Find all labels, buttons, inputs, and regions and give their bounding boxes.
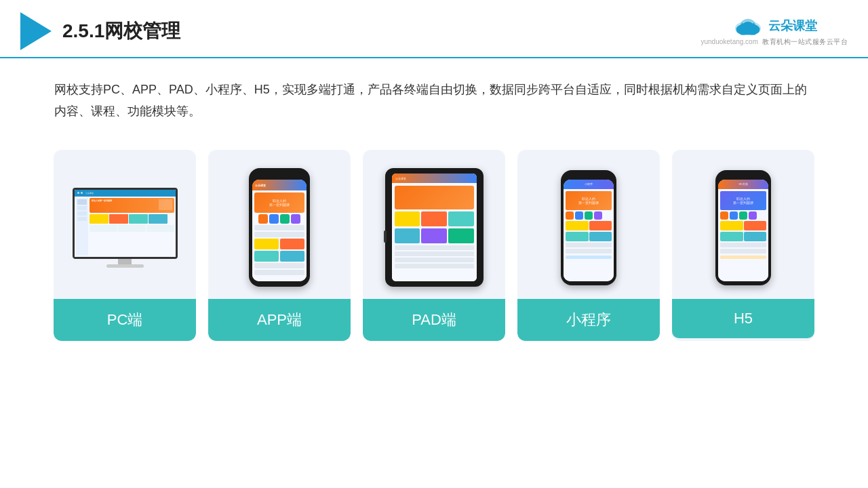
card-pad: 云朵课堂 xyxy=(363,150,505,341)
app-phone-mockup: 云朵课堂 职达人的第一堂判题课 xyxy=(249,168,310,287)
description-paragraph: 网校支持PC、APP、PAD、小程序、H5，实现多端打通，产品各终端自由切换，数… xyxy=(54,79,814,123)
svg-rect-6 xyxy=(741,30,755,35)
brand-logo: 云朵课堂 xyxy=(732,16,817,36)
card-h5-image: H5页面 职达人的第一堂判题课 xyxy=(672,150,814,299)
brand-section: 云朵课堂 yunduoketang.com 教育机构一站式服务云平台 xyxy=(701,16,848,47)
card-app: 云朵课堂 职达人的第一堂判题课 xyxy=(208,150,351,341)
card-app-image: 云朵课堂 职达人的第一堂判题课 xyxy=(208,150,351,299)
card-pad-label: PAD端 xyxy=(363,299,505,341)
card-pad-image: 云朵课堂 xyxy=(363,150,505,299)
card-h5: H5页面 职达人的第一堂判题课 xyxy=(672,150,814,341)
card-app-label: APP端 xyxy=(208,299,351,341)
card-pc-label: PC端 xyxy=(54,299,196,341)
header-left: 2.5.1网校管理 xyxy=(20,12,180,50)
brand-url: yunduoketang.com xyxy=(701,38,758,45)
cards-container: 云朵课堂 职达人的第一堂判题课 xyxy=(0,129,868,361)
description-text: 网校支持PC、APP、PAD、小程序、H5，实现多端打通，产品各终端自由切换，数… xyxy=(0,58,868,129)
card-miniprogram: 小程序 职达人的第一堂判题课 xyxy=(517,150,660,341)
pad-tablet-mockup: 云朵课堂 xyxy=(385,168,484,287)
pc-mockup: 云朵课堂 职达人的第一堂判题课 xyxy=(67,188,182,268)
card-h5-label: H5 xyxy=(672,299,814,338)
card-pc: 云朵课堂 职达人的第一堂判题课 xyxy=(54,150,196,341)
pc-screen: 云朵课堂 职达人的第一堂判题课 xyxy=(73,188,178,259)
header: 2.5.1网校管理 云朵课堂 yunduoketang.com 教育机构一站式服… xyxy=(0,0,868,58)
h5-phone-mockup: H5页面 职达人的第一堂判题课 xyxy=(715,170,771,285)
miniprogram-phone-mockup: 小程序 职达人的第一堂判题课 xyxy=(561,170,616,285)
card-miniprogram-label: 小程序 xyxy=(517,299,660,341)
brand-name: 云朵课堂 xyxy=(768,18,817,34)
card-pc-image: 云朵课堂 职达人的第一堂判题课 xyxy=(54,150,196,299)
brand-tagline: 教育机构一站式服务云平台 xyxy=(762,37,848,47)
page-title: 2.5.1网校管理 xyxy=(62,18,180,44)
cloud-icon xyxy=(732,16,764,36)
card-miniprogram-image: 小程序 职达人的第一堂判题课 xyxy=(517,150,660,299)
logo-triangle-icon xyxy=(20,12,52,50)
